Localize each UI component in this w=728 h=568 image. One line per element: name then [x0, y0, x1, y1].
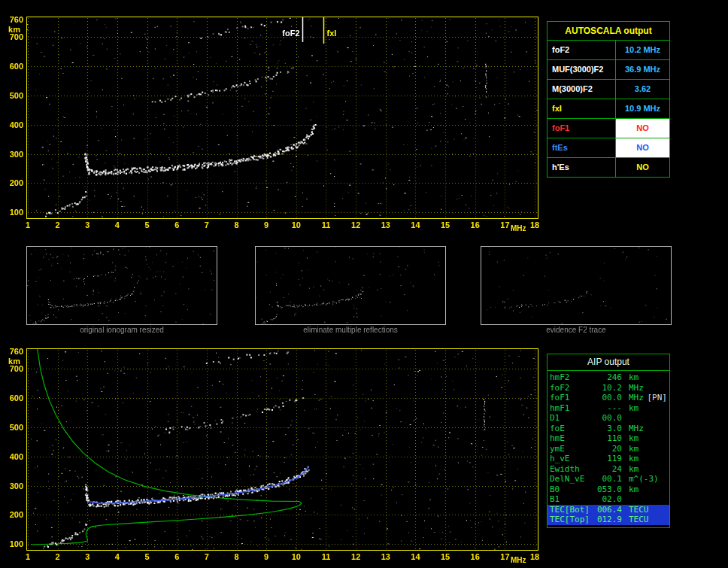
parameter-name: foF1: [550, 393, 596, 402]
parameter-value: 10.2 MHz: [616, 41, 669, 59]
autoscala-row-m3000f2: M(3000)F23.62: [548, 80, 669, 99]
aip-row-tectop: TEC[Top]012.9TECU: [548, 515, 669, 525]
parameter-value: 110: [596, 433, 622, 443]
parameter-unit: TECU: [629, 505, 649, 515]
parameter-unit: MHz: [629, 424, 644, 433]
parameter-name: hmE: [550, 433, 596, 443]
parameter-value: 053.0: [596, 484, 622, 494]
parameter-flag: [PN]: [648, 393, 668, 402]
parameter-unit: km: [629, 444, 639, 454]
parameter-value: NO: [616, 158, 669, 177]
parameter-name: foF2: [550, 383, 596, 393]
parameter-name: DelN_vE: [550, 474, 596, 484]
parameter-name: TEC[Top]: [550, 515, 596, 524]
autoscala-output-panel: AUTOSCALA output foF210.2 MHzMUF(3000)F2…: [547, 21, 670, 178]
parameter-value: NO: [616, 119, 669, 138]
parameter-unit: km: [629, 464, 639, 474]
aip-row-ewidth: Ewidth24km: [548, 464, 669, 475]
parameter-value: 3.0: [596, 424, 622, 433]
parameter-value: 119: [596, 454, 622, 463]
top-ionogram-canvas: [0, 0, 545, 235]
autoscala-row-fof1: foF1NO: [548, 119, 669, 138]
parameter-name: Ewidth: [550, 464, 596, 474]
autoscala-screen: Rome (lat: +41.8, lon: 012.5) - DATE: 20…: [0, 0, 728, 568]
autoscala-row-muf3000f2: MUF(3000)F236.9 MHz: [548, 60, 669, 80]
parameter-value: 00.1: [596, 474, 622, 484]
parameter-name: h'Es: [548, 158, 616, 177]
thumbnail-caption-original: original ionogram resized: [26, 326, 217, 334]
parameter-name: foF2: [548, 41, 616, 59]
aip-row-fof1: foF100.0MHz[PN]: [548, 393, 669, 403]
parameter-name: hmF1: [550, 403, 596, 413]
parameter-name: B1: [550, 494, 596, 504]
parameter-name: hmF2: [550, 372, 596, 382]
parameter-value: NO: [616, 138, 669, 157]
parameter-value: 00.0: [596, 413, 622, 423]
aip-rows: hmF2246kmfoF210.2MHzfoF100.0MHz[PN]hmF1-…: [548, 371, 669, 527]
parameter-unit: km: [629, 433, 639, 443]
parameter-name: ftEs: [548, 138, 616, 157]
parameter-unit: MHz: [629, 383, 644, 393]
aip-row-hve: h_vE119km: [548, 454, 669, 464]
parameter-unit: MHz: [629, 393, 644, 402]
parameter-value: 20: [596, 444, 622, 454]
parameter-value: 006.4: [596, 505, 622, 515]
aip-row-b1: B102.0: [548, 494, 669, 505]
parameter-name: foF1: [548, 119, 616, 138]
parameter-value: 246: [596, 372, 622, 382]
parameter-unit: km: [629, 403, 639, 413]
autoscala-panel-title: AUTOSCALA output: [548, 22, 669, 41]
aip-row-hme: hmE110km: [548, 433, 669, 444]
parameter-value: 24: [596, 464, 622, 474]
parameter-value: ---: [596, 403, 622, 413]
aip-row-b0: B0053.0km: [548, 484, 669, 495]
autoscala-row-fof2: foF210.2 MHz: [548, 41, 669, 60]
aip-row-hmf1: hmF1---km: [548, 403, 669, 414]
parameter-value: 02.0: [596, 494, 622, 504]
autoscala-row-hes: h'EsNO: [548, 158, 669, 177]
aip-row-fof2: foF210.2MHz: [548, 383, 669, 393]
aip-panel-title: AIP output: [548, 354, 669, 371]
aip-row-d1: D100.0: [548, 413, 669, 424]
parameter-value: 00.0: [596, 393, 622, 402]
parameter-unit: km: [629, 372, 639, 382]
aip-output-panel: AIP output hmF2246kmfoF210.2MHzfoF100.0M…: [547, 354, 670, 528]
thumbnail-caption-f2trace: evidence F2 trace: [481, 326, 672, 334]
aip-row-hmf2: hmF2246km: [548, 372, 669, 383]
parameter-value: 36.9 MHz: [616, 60, 669, 79]
thumbnail-original-ionogram: [26, 246, 217, 325]
parameter-name: ymE: [550, 444, 596, 454]
autoscala-row-fxi: fxI10.9 MHz: [548, 99, 669, 119]
aip-row-foe: foE3.0MHz: [548, 424, 669, 434]
parameter-name: TEC[Bot]: [550, 505, 596, 515]
parameter-name: B0: [550, 484, 596, 494]
parameter-value: 10.2: [596, 383, 622, 393]
parameter-name: MUF(3000)F2: [548, 60, 616, 79]
bottom-ionogram-canvas: [0, 331, 545, 566]
parameter-value: 3.62: [616, 80, 669, 99]
thumbnail-caption-reflections: eliminate multiple reflections: [255, 326, 446, 334]
parameter-name: M(3000)F2: [548, 80, 616, 99]
thumbnail-multiple-reflections-removed: [255, 246, 446, 325]
thumbnail-f2-trace-evidence: [481, 246, 672, 325]
aip-row-tecbot: TEC[Bot]006.4TECU: [548, 505, 669, 515]
parameter-unit: km: [629, 454, 639, 463]
parameter-name: D1: [550, 413, 596, 423]
autoscala-rows: foF210.2 MHzMUF(3000)F236.9 MHzM(3000)F2…: [548, 41, 669, 177]
autoscala-row-ftes: ftEsNO: [548, 138, 669, 158]
parameter-unit: km: [629, 484, 639, 494]
parameter-name: fxI: [548, 99, 616, 118]
parameter-value: 10.9 MHz: [616, 99, 669, 118]
parameter-name: h_vE: [550, 454, 596, 463]
parameter-unit: m^(-3): [629, 474, 659, 484]
parameter-name: foE: [550, 424, 596, 433]
parameter-unit: TECU: [629, 515, 649, 524]
aip-row-delnve: DelN_vE00.1m^(-3): [548, 474, 669, 484]
parameter-value: 012.9: [596, 515, 622, 524]
aip-row-yme: ymE20km: [548, 444, 669, 454]
